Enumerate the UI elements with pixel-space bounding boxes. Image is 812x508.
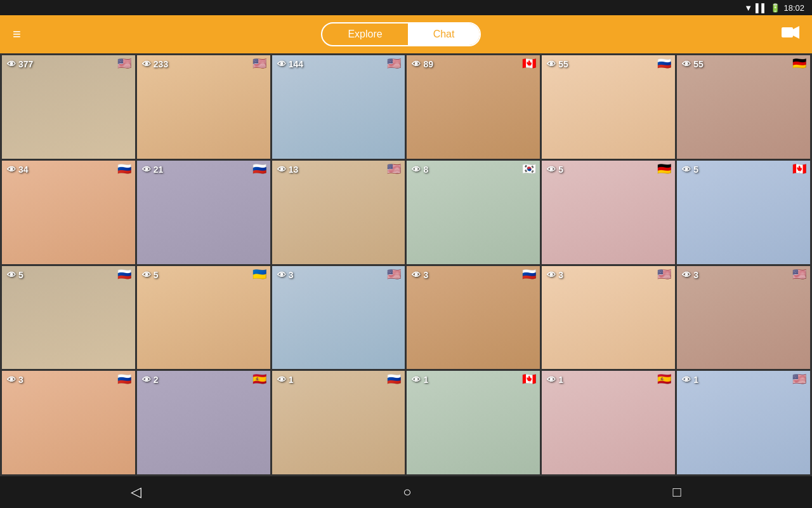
grid-item[interactable]: 👁377🇺🇸: [2, 55, 135, 159]
view-count: 👁8: [412, 164, 428, 175]
grid-item[interactable]: 👁5🇷🇺: [2, 266, 135, 370]
view-count: 👁1: [277, 375, 294, 385]
view-count: 👁3: [547, 270, 563, 280]
profile-photo: [272, 266, 405, 370]
count-label: 144: [289, 59, 303, 69]
count-label: 3: [289, 270, 294, 280]
grid-item[interactable]: 👁3🇷🇺: [407, 266, 540, 370]
count-label: 377: [18, 59, 33, 69]
view-count: 👁1: [682, 375, 698, 385]
country-flag: 🇺🇸: [792, 373, 806, 385]
recent-button[interactable]: □: [673, 484, 681, 500]
eye-icon: 👁: [277, 164, 286, 175]
eye-icon: 👁: [547, 59, 556, 69]
grid-item[interactable]: 👁55🇩🇪: [677, 55, 810, 159]
count-label: 13: [289, 164, 299, 175]
eye-icon: 👁: [7, 59, 16, 69]
country-flag: 🇺🇦: [252, 269, 266, 280]
profile-photo: [677, 371, 810, 474]
country-flag: 🇩🇪: [657, 163, 671, 175]
nav-tabs: Explore Chat: [321, 22, 481, 46]
svg-marker-1: [793, 26, 799, 39]
count-label: 3: [423, 270, 428, 280]
grid-item[interactable]: 👁233🇺🇸: [137, 55, 270, 159]
grid-item[interactable]: 👁3🇷🇺: [2, 371, 135, 474]
video-icon[interactable]: [782, 26, 799, 43]
view-count: 👁144: [277, 59, 303, 69]
count-label: 3: [558, 270, 563, 280]
eye-icon: 👁: [682, 270, 691, 280]
eye-icon: 👁: [142, 59, 151, 69]
count-label: 1: [693, 375, 698, 385]
country-flag: 🇺🇸: [387, 163, 401, 175]
eye-icon: 👁: [7, 375, 16, 385]
eye-icon: 👁: [547, 270, 556, 280]
profile-photo: [137, 161, 270, 264]
grid-item[interactable]: 👁1🇨🇦: [407, 371, 540, 474]
grid-item[interactable]: 👁1🇪🇸: [542, 371, 675, 474]
eye-icon: 👁: [547, 164, 556, 175]
country-flag: 🇺🇸: [657, 269, 671, 280]
country-flag: 🇺🇸: [252, 58, 266, 69]
eye-icon: 👁: [412, 59, 421, 69]
grid-item[interactable]: 👁2🇪🇸: [137, 371, 270, 474]
home-button[interactable]: ○: [403, 484, 411, 500]
country-flag: 🇷🇺: [117, 163, 131, 175]
grid-item[interactable]: 👁3🇺🇸: [677, 266, 810, 370]
count-label: 1: [558, 375, 563, 385]
eye-icon: 👁: [277, 59, 286, 69]
country-flag: 🇨🇦: [522, 373, 536, 385]
profile-photo: [272, 55, 405, 159]
view-count: 👁5: [7, 270, 23, 280]
grid-item[interactable]: 👁1🇺🇸: [677, 371, 810, 474]
grid-item[interactable]: 👁144🇺🇸: [272, 55, 405, 159]
view-count: 👁5: [547, 164, 563, 175]
grid-item[interactable]: 👁8🇰🇷: [407, 161, 540, 264]
view-count: 👁3: [682, 270, 698, 280]
grid-item[interactable]: 👁3🇺🇸: [272, 266, 405, 370]
country-flag: 🇩🇪: [792, 58, 806, 69]
profile-photo: [407, 266, 540, 370]
tab-chat[interactable]: Chat: [408, 23, 480, 45]
grid-item[interactable]: 👁3🇺🇸: [542, 266, 675, 370]
profile-photo: [542, 55, 675, 159]
view-count: 👁3: [412, 270, 428, 280]
grid-item[interactable]: 👁1🇷🇺: [272, 371, 405, 474]
grid-item[interactable]: 👁21🇷🇺: [137, 161, 270, 264]
profile-photo: [677, 161, 810, 264]
country-flag: 🇷🇺: [252, 163, 266, 175]
view-count: 👁5: [142, 270, 159, 280]
country-flag: 🇷🇺: [117, 269, 131, 280]
country-flag: 🇷🇺: [522, 269, 536, 280]
profile-grid: 👁377🇺🇸👁233🇺🇸👁144🇺🇸👁89🇨🇦👁55🇷🇺👁55🇩🇪👁34🇷🇺👁2…: [0, 53, 812, 476]
country-flag: 🇰🇷: [522, 163, 536, 175]
view-count: 👁55: [547, 59, 568, 69]
view-count: 👁2: [142, 375, 159, 385]
grid-item[interactable]: 👁5🇩🇪: [542, 161, 675, 264]
view-count: 👁1: [412, 375, 428, 385]
bottom-nav: ◁ ○ □: [0, 476, 812, 508]
view-count: 👁377: [7, 59, 33, 69]
country-flag: 🇷🇺: [657, 58, 671, 69]
grid-item[interactable]: 👁5🇨🇦: [677, 161, 810, 264]
profile-photo: [137, 371, 270, 474]
grid-item[interactable]: 👁13🇺🇸: [272, 161, 405, 264]
count-label: 34: [18, 164, 29, 175]
country-flag: 🇺🇸: [387, 58, 401, 69]
svg-rect-0: [782, 27, 793, 37]
profile-photo: [677, 266, 810, 370]
back-button[interactable]: ◁: [131, 484, 141, 500]
count-label: 1: [289, 375, 294, 385]
profile-photo: [542, 161, 675, 264]
battery-icon: 🔋: [770, 3, 780, 13]
tab-explore[interactable]: Explore: [322, 23, 407, 45]
grid-item[interactable]: 👁5🇺🇦: [137, 266, 270, 370]
grid-item[interactable]: 👁89🇨🇦: [407, 55, 540, 159]
grid-item[interactable]: 👁55🇷🇺: [542, 55, 675, 159]
count-label: 5: [558, 164, 563, 175]
profile-photo: [137, 55, 270, 159]
menu-icon[interactable]: ≡: [13, 26, 21, 43]
profile-photo: [137, 266, 270, 370]
grid-item[interactable]: 👁34🇷🇺: [2, 161, 135, 264]
view-count: 👁13: [277, 164, 299, 175]
